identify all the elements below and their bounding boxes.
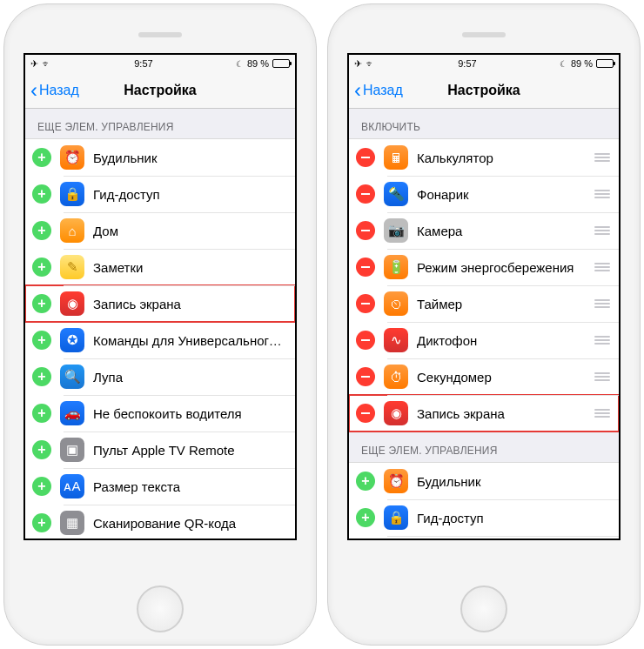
row-calculator[interactable]: 🖩Калькулятор [349, 139, 619, 176]
row-qr-scan[interactable]: +▦Сканирование QR-кода [25, 505, 295, 539]
row-screen-recording[interactable]: +◉Запись экрана [25, 285, 295, 322]
row-voice-memos[interactable]: ∿Диктофон [349, 322, 619, 358]
airplane-icon: ✈︎ [354, 58, 362, 70]
drag-handle-icon[interactable] [593, 263, 610, 271]
text-size-icon: ᴀA [60, 474, 84, 498]
included-list: 🖩Калькулятор🔦Фонарик📷Камера🔋Режим энерго… [349, 138, 619, 432]
accessibility-shortcuts-icon: ✪ [60, 328, 84, 352]
drag-handle-icon[interactable] [593, 190, 610, 198]
add-button[interactable]: + [32, 367, 51, 386]
row-guided-access[interactable]: +🔒Гид-доступ [349, 499, 619, 536]
row-stopwatch[interactable]: ⏱Секундомер [349, 358, 619, 395]
back-button[interactable]: ‹ Назад [354, 80, 403, 101]
drag-handle-icon[interactable] [593, 299, 610, 308]
row-label: Гид-доступ [93, 187, 286, 202]
add-button[interactable]: + [32, 148, 51, 167]
row-accessibility-shortcuts[interactable]: +✪Команды для Универсального дост… [25, 322, 295, 358]
section-more-controls: ЕЩЕ ЭЛЕМ. УПРАВЛЕНИЯ [349, 432, 619, 462]
home-icon: ⌂ [60, 218, 84, 243]
row-label: Будильник [93, 151, 286, 165]
drag-handle-icon[interactable] [593, 409, 610, 418]
remove-button[interactable] [356, 404, 375, 423]
add-button[interactable]: + [32, 440, 51, 459]
back-button[interactable]: ‹ Назад [30, 80, 79, 101]
battery-icon [596, 59, 614, 68]
row-label: Пульт Apple TV Remote [93, 443, 286, 458]
row-magnifier[interactable]: +🔍Лупа [25, 358, 295, 395]
row-home[interactable]: +⌂Дом [349, 536, 619, 539]
screen-recording-icon: ◉ [60, 291, 84, 316]
screen: ✈︎ ᯤ 9:57 ☾ 89 % ‹ Назад Настройка ВКЛЮЧ… [347, 53, 621, 540]
phone-left: ✈︎ ᯤ 9:57 ☾ 89 % ‹ Назад Настройка ЕЩЕ Э… [3, 3, 317, 646]
drag-handle-icon[interactable] [593, 153, 610, 162]
row-low-power[interactable]: 🔋Режим энергосбережения [349, 249, 619, 285]
airplane-icon: ✈︎ [30, 58, 38, 70]
drag-handle-icon[interactable] [593, 372, 610, 381]
status-time: 9:57 [134, 58, 152, 69]
add-button[interactable]: + [32, 404, 51, 423]
row-dnd-driving[interactable]: +🚗Не беспокоить водителя [25, 395, 295, 432]
section-more-controls: ЕЩЕ ЭЛЕМ. УПРАВЛЕНИЯ [25, 109, 295, 138]
add-button[interactable]: + [32, 184, 51, 204]
content[interactable]: ВКЛЮЧИТЬ 🖩Калькулятор🔦Фонарик📷Камера🔋Реж… [349, 109, 619, 539]
wifi-icon: ᯤ [42, 58, 51, 69]
screen-recording-icon: ◉ [384, 401, 408, 425]
row-text-size[interactable]: +ᴀAРазмер текста [25, 468, 295, 505]
row-timer[interactable]: ⏲Таймер [349, 285, 619, 322]
home-button[interactable] [460, 585, 507, 632]
row-alarm[interactable]: +⏰Будильник [349, 463, 619, 499]
battery-text: 89 % [247, 58, 269, 69]
drag-handle-icon[interactable] [593, 336, 610, 345]
screen: ✈︎ ᯤ 9:57 ☾ 89 % ‹ Назад Настройка ЕЩЕ Э… [23, 53, 297, 540]
row-alarm[interactable]: +⏰Будильник [25, 139, 295, 176]
remove-button[interactable] [356, 367, 375, 386]
remove-button[interactable] [356, 294, 375, 313]
add-button[interactable]: + [356, 472, 375, 491]
row-label: Гид-доступ [417, 511, 610, 525]
content[interactable]: ЕЩЕ ЭЛЕМ. УПРАВЛЕНИЯ +⏰Будильник+🔒Гид-до… [25, 109, 295, 539]
more-controls-list: +⏰Будильник+🔒Гид-доступ+⌂Дом+✎Заметки+✪К… [349, 462, 619, 539]
row-label: Диктофон [417, 333, 593, 348]
row-notes[interactable]: +✎Заметки [25, 249, 295, 285]
status-bar: ✈︎ ᯤ 9:57 ☾ 89 % [25, 55, 295, 72]
home-button[interactable] [137, 585, 184, 632]
row-label: Таймер [417, 297, 593, 311]
row-label: Команды для Универсального дост… [93, 333, 286, 348]
row-label: Не беспокоить водителя [93, 406, 286, 421]
row-label: Размер текста [93, 479, 286, 494]
row-screen-recording[interactable]: ◉Запись экрана [349, 395, 619, 432]
add-button[interactable]: + [356, 508, 375, 527]
row-home[interactable]: +⌂Дом [25, 212, 295, 249]
row-label: Дом [93, 224, 286, 238]
row-label: Будильник [417, 474, 610, 489]
dnd-icon: ☾ [560, 59, 567, 69]
remove-button[interactable] [356, 184, 375, 204]
timer-icon: ⏲ [384, 291, 408, 316]
remove-button[interactable] [356, 221, 375, 240]
row-label: Калькулятор [417, 151, 593, 165]
dnd-driving-icon: 🚗 [60, 401, 84, 425]
add-button[interactable]: + [32, 221, 51, 240]
remove-button[interactable] [356, 148, 375, 167]
drag-handle-icon[interactable] [593, 226, 610, 235]
speaker [138, 32, 182, 37]
row-label: Запись экрана [93, 297, 286, 311]
row-flashlight[interactable]: 🔦Фонарик [349, 176, 619, 212]
row-label: Запись экрана [417, 406, 593, 421]
flashlight-icon: 🔦 [384, 182, 408, 206]
add-button[interactable]: + [32, 477, 51, 496]
add-button[interactable]: + [32, 258, 51, 277]
add-button[interactable]: + [32, 294, 51, 313]
battery-icon [272, 59, 290, 68]
remove-button[interactable] [356, 258, 375, 277]
status-bar: ✈︎ ᯤ 9:57 ☾ 89 % [349, 55, 619, 72]
remove-button[interactable] [356, 331, 375, 350]
row-camera[interactable]: 📷Камера [349, 212, 619, 249]
add-button[interactable]: + [32, 331, 51, 350]
row-apple-tv-remote[interactable]: +▣Пульт Apple TV Remote [25, 432, 295, 468]
guided-access-icon: 🔒 [384, 505, 408, 530]
stopwatch-icon: ⏱ [384, 365, 408, 389]
back-label: Назад [39, 83, 79, 98]
add-button[interactable]: + [32, 513, 51, 532]
row-guided-access[interactable]: +🔒Гид-доступ [25, 176, 295, 212]
